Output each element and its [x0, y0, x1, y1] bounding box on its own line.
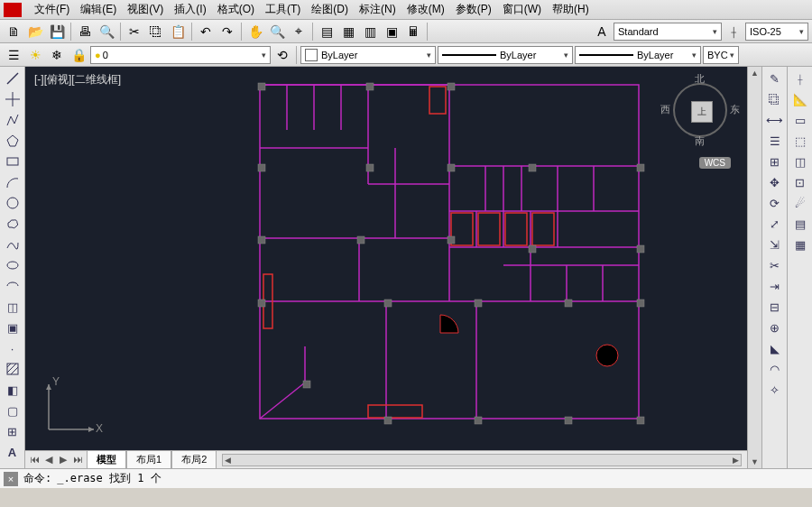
toolpalette-icon[interactable]: ▥ — [360, 22, 380, 41]
hatch-icon[interactable] — [2, 359, 23, 379]
menu-file[interactable]: 文件(F) — [29, 0, 75, 19]
xline-icon[interactable] — [2, 89, 23, 109]
layer-dropdown[interactable]: ● 0 — [90, 46, 271, 64]
layer-state-icon[interactable]: ☀ — [25, 45, 45, 65]
textstyle-dropdown[interactable]: Standard — [614, 23, 722, 41]
undo-icon[interactable]: ↶ — [196, 22, 216, 41]
palette-icon[interactable]: ▦ — [789, 235, 811, 254]
print-icon[interactable]: 🖶 — [75, 22, 95, 41]
properties-icon[interactable]: ▤ — [317, 22, 337, 41]
region-icon[interactable]: ▢ — [2, 401, 23, 420]
layer-manager-icon[interactable]: ☰ — [4, 45, 23, 65]
menu-draw[interactable]: 绘图(D) — [306, 0, 354, 19]
group-icon[interactable]: ◫ — [789, 152, 811, 171]
tab-model[interactable]: 模型 — [87, 450, 126, 468]
explode-icon[interactable]: ✧ — [764, 380, 786, 400]
scale-icon[interactable]: ⤢ — [764, 214, 786, 234]
drawing-canvas[interactable]: [-][俯视][二维线框] — [25, 67, 747, 450]
menu-edit[interactable]: 编辑(E) — [75, 0, 122, 19]
linetype-dropdown[interactable]: ByLayer — [438, 46, 573, 64]
wcs-badge[interactable]: WCS — [699, 157, 731, 169]
make-block-icon[interactable]: ▣ — [2, 318, 23, 337]
menu-window[interactable]: 窗口(W) — [497, 0, 547, 19]
join-icon[interactable]: ⊕ — [764, 318, 786, 337]
line-icon[interactable] — [2, 69, 23, 88]
vertical-scrollbar[interactable]: ▲▼ — [747, 67, 761, 468]
cut-icon[interactable]: ✂ — [125, 22, 144, 41]
ellipse-arc-icon[interactable] — [2, 276, 23, 296]
layer-lock-icon[interactable]: 🔒 — [69, 45, 88, 65]
measure-icon[interactable]: 📐 — [789, 89, 811, 109]
viewport-label[interactable]: [-][俯视][二维线框] — [34, 72, 121, 88]
view-cube[interactable]: 上 北 南 东 西 — [664, 74, 736, 146]
dimstyle-dropdown[interactable]: ISO-25 — [745, 23, 808, 41]
erase-icon[interactable]: ✎ — [764, 69, 786, 88]
quickselect-icon[interactable]: ⬚ — [789, 131, 811, 151]
arc-icon[interactable] — [2, 172, 23, 192]
sheet-icon[interactable]: ▤ — [789, 214, 811, 234]
menu-view[interactable]: 视图(V) — [122, 0, 169, 19]
insert-block-icon[interactable]: ◫ — [2, 297, 23, 317]
copy-icon[interactable]: ⿻ — [146, 22, 166, 41]
calculator-icon[interactable]: 🖩 — [403, 22, 423, 41]
textstyle-icon[interactable]: A — [592, 22, 612, 41]
layer-previous-icon[interactable]: ⟲ — [272, 45, 292, 65]
offset-icon[interactable]: ☰ — [764, 131, 786, 151]
layer-iso-icon[interactable]: ☄ — [789, 193, 811, 213]
horizontal-scrollbar[interactable]: ◀▶ — [222, 454, 742, 466]
menu-tools[interactable]: 工具(T) — [260, 0, 306, 19]
polygon-icon[interactable] — [2, 131, 23, 151]
ungroup-icon[interactable]: ⊡ — [789, 172, 811, 192]
mirror-icon[interactable]: ⟷ — [764, 110, 786, 130]
extend-icon[interactable]: ⇥ — [764, 276, 786, 296]
tab-first-icon[interactable]: ⏮ — [27, 454, 42, 466]
rectangle-icon[interactable] — [2, 152, 23, 171]
zoom-window-icon[interactable]: ⌖ — [289, 22, 309, 41]
menu-format[interactable]: 格式(O) — [212, 0, 260, 19]
menu-param[interactable]: 参数(P) — [450, 0, 497, 19]
redo-icon[interactable]: ↷ — [217, 22, 237, 41]
designcenter-icon[interactable]: ▦ — [338, 22, 358, 41]
pan-icon[interactable]: ✋ — [245, 22, 265, 41]
new-icon[interactable]: 🗎 — [4, 22, 23, 41]
save-icon[interactable]: 💾 — [47, 22, 67, 41]
tab-layout2[interactable]: 布局2 — [171, 450, 217, 468]
spline-icon[interactable] — [2, 235, 23, 254]
array-icon[interactable]: ⊞ — [764, 152, 786, 171]
move-icon[interactable]: ✥ — [764, 172, 786, 192]
trim-icon[interactable]: ✂ — [764, 255, 786, 275]
distance-icon[interactable]: ⟊ — [789, 69, 811, 88]
revcloud-icon[interactable] — [2, 214, 23, 234]
command-input[interactable] — [57, 473, 808, 485]
break-icon[interactable]: ⊟ — [764, 297, 786, 317]
menu-help[interactable]: 帮助(H) — [547, 0, 595, 19]
tab-last-icon[interactable]: ⏭ — [70, 454, 85, 466]
color-dropdown[interactable]: ByLayer — [300, 46, 436, 64]
open-icon[interactable]: 📂 — [25, 22, 45, 41]
viewcube-home[interactable]: 上 — [691, 101, 713, 123]
ellipse-icon[interactable] — [2, 255, 23, 275]
cmdline-close-icon[interactable]: × — [4, 472, 18, 486]
menu-dimension[interactable]: 标注(N) — [354, 0, 401, 19]
paste-icon[interactable]: 📋 — [168, 22, 188, 41]
chamfer-icon[interactable]: ◣ — [764, 338, 786, 358]
tab-next-icon[interactable]: ▶ — [56, 454, 70, 466]
layer-freeze-icon[interactable]: ❄ — [47, 45, 67, 65]
tab-prev-icon[interactable]: ◀ — [42, 454, 56, 466]
sheetset-icon[interactable]: ▣ — [382, 22, 401, 41]
circle-icon[interactable] — [2, 193, 23, 213]
fillet-icon[interactable]: ◠ — [764, 359, 786, 379]
lineweight-dropdown[interactable]: ByLayer — [575, 46, 701, 64]
rotate-icon[interactable]: ⟳ — [764, 193, 786, 213]
plotstyle-dropdown[interactable]: BYC — [703, 46, 739, 64]
preview-icon[interactable]: 🔍 — [97, 22, 116, 41]
menu-insert[interactable]: 插入(I) — [169, 0, 211, 19]
polyline-icon[interactable] — [2, 110, 23, 130]
mtext-icon[interactable]: A — [2, 442, 23, 462]
gradient-icon[interactable]: ◧ — [2, 380, 23, 400]
stretch-icon[interactable]: ⇲ — [764, 235, 786, 254]
dimstyle-icon[interactable]: ⟊ — [724, 22, 743, 41]
point-icon[interactable]: · — [2, 338, 23, 358]
select-icon[interactable]: ▭ — [789, 110, 811, 130]
tab-layout1[interactable]: 布局1 — [126, 450, 171, 468]
